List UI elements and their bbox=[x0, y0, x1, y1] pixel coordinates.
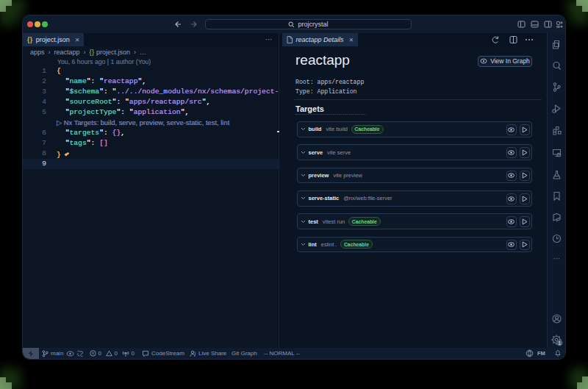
svg-text:1: 1 bbox=[558, 340, 561, 345]
